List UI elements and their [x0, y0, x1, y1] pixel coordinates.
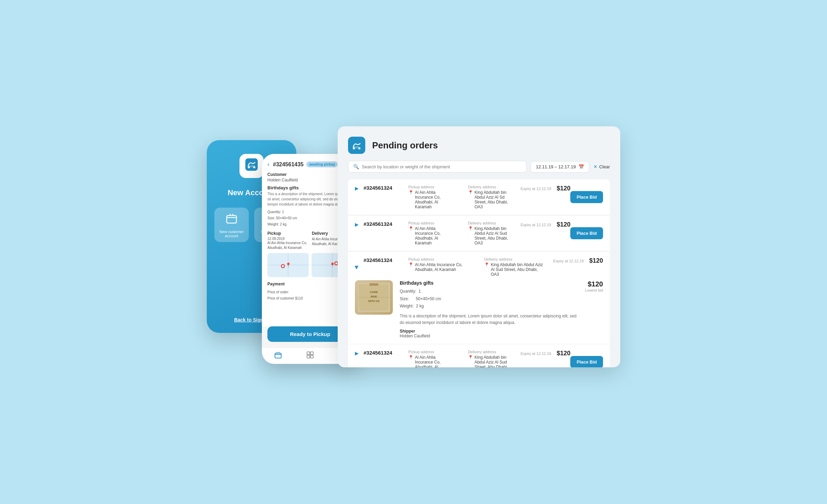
order-1-pickup-label: Pickup address [408, 185, 454, 189]
svg-point-12 [282, 265, 284, 267]
order-4-pickup-val: 📍 Al Ain Ahlia Incurance Co, Abudhabi, A… [408, 355, 454, 367]
date-range: 12.11.19 – 12.17.19 📅 [531, 161, 589, 172]
order-4-delivery: Delivery address 📍 King Abdullah bin Abd… [468, 350, 514, 367]
svg-point-17 [335, 262, 337, 264]
clear-x-icon: ✕ [593, 164, 598, 169]
pin-icon-d2: 📍 [468, 226, 473, 231]
nav-box-icon[interactable] [274, 351, 282, 360]
order-2-id: #324561324 [364, 221, 401, 227]
calendar-icon: 📅 [579, 164, 584, 169]
order-row-3-expanded: ▶ #324561324 Pickup address 📍 Al Ain Ahl… [348, 252, 610, 344]
order-3-chevron[interactable]: ▶ [354, 265, 360, 269]
package-image: COME RIDE WITH US [355, 280, 393, 315]
price-customer-val: $110 [295, 296, 303, 300]
order-3-top-line: ▶ #324561324 Pickup address 📍 Al Ain Ahl… [355, 257, 603, 277]
size-val: 50×40×50 cm [276, 216, 297, 220]
order-3-delivery: Delivery address 📍 King Abdullah bin Abd… [484, 257, 546, 277]
new-customer-account-btn[interactable]: New customer account [214, 208, 249, 242]
order-2-pickup-label: Pickup address [408, 221, 454, 225]
exp-gift-title: Birthdays gifts [400, 280, 578, 286]
price-customer-label: Price of customer [267, 296, 294, 300]
order-2-delivery: Delivery address 📍 King Abdullah bin Abd… [468, 221, 514, 245]
svg-rect-22 [310, 355, 313, 358]
order-4-main: #324561324 Pickup address 📍 Al Ain Ahlia… [364, 350, 570, 367]
blue-phone-logo [239, 154, 264, 178]
order-id-badge: #324561435 awaiting pickup [273, 161, 338, 168]
order-1-addresses: Pickup address 📍 Al Ain Ahlia Incurance … [408, 185, 514, 209]
search-bar: 🔍 12.11.19 – 12.17.19 📅 ✕ Clear [348, 161, 610, 172]
logo-icon [245, 158, 258, 174]
order-2-delivery-val: 📍 King Abdullah bin Abdul Aziz Al Sud St… [468, 226, 514, 245]
nav-menu-icon[interactable] [306, 351, 314, 360]
status-badge: awaiting pickup [306, 161, 338, 167]
order-1-id: #324561324 [364, 185, 401, 191]
order-3-addresses: Pickup address 📍 Al Ain Ahlia Incurance … [408, 257, 546, 277]
order-3-expiry: Expiry at 12.12.19 [553, 259, 584, 263]
svg-rect-26 [353, 146, 359, 148]
desktop-panel: Pending orders 🔍 12.11.19 – 12.17.19 📅 ✕… [338, 126, 620, 367]
order-3-expanded-content: COME RIDE WITH US Birthdays gifts Quanti… [355, 280, 603, 338]
box-icon [225, 212, 238, 227]
order-3-delivery-label: Delivery address [484, 257, 546, 261]
order-1-price: $120 [557, 185, 570, 192]
order-2-pickup-val: 📍 Al Ain Ahlia Incurance Co, Abudhabi, A… [408, 226, 454, 245]
svg-rect-19 [307, 352, 310, 355]
svg-rect-0 [245, 158, 258, 171]
qty-label: Quantity: [267, 210, 281, 214]
back-button[interactable]: ‹ [267, 161, 269, 168]
pin-icon-d4: 📍 [468, 355, 473, 360]
pin-icon-d3: 📍 [484, 262, 489, 267]
svg-text:COME: COME [370, 291, 378, 294]
scene: New Account New customer account [207, 126, 620, 378]
order-4-addresses: Pickup address 📍 Al Ain Ahlia Incurance … [408, 350, 514, 367]
svg-text:WITH US: WITH US [368, 300, 379, 303]
order-row-1: ▶ #324561324 Pickup address 📍 Al Ain Ahl… [348, 179, 610, 215]
place-bid-btn-1[interactable]: Place Bid [570, 191, 603, 203]
order-3-id: #324561324 [364, 257, 401, 263]
order-2-delivery-label: Delivery address [468, 221, 514, 225]
pickup-label: Pickup [267, 231, 308, 236]
order-1-expiry-price: Expiry at 12.12.19 $120 [521, 185, 571, 192]
order-id: #324561435 [273, 161, 304, 168]
order-2-top: #324561324 Pickup address 📍 Al Ain Ahlia… [364, 221, 570, 245]
search-icon: 🔍 [353, 164, 359, 169]
order-3-delivery-val: 📍 King Abdullah bin Abdul Aziz Al Sud St… [484, 262, 546, 277]
desktop-logo [348, 137, 365, 154]
pin-icon-3p: 📍 [408, 262, 414, 267]
order-4-delivery-label: Delivery address [468, 350, 514, 354]
exp-lowest: Lowest bid [585, 288, 603, 292]
clear-btn[interactable]: ✕ Clear [593, 164, 610, 169]
order-4-chevron[interactable]: ▶ [355, 350, 359, 356]
order-2-chevron[interactable]: ▶ [355, 222, 359, 227]
search-input-wrap: 🔍 [348, 161, 527, 172]
order-2-expiry: Expiry at 12.12.19 [521, 223, 551, 227]
search-input[interactable] [362, 164, 521, 169]
place-bid-btn-4[interactable]: Place Bid [570, 356, 603, 367]
pin-icon-4p: 📍 [408, 355, 414, 360]
clear-label: Clear [599, 164, 610, 169]
order-3-expiry-price: Expiry at 12.12.19 $120 [553, 257, 603, 264]
pin-icon-1: 📍 [408, 190, 414, 195]
exp-shipper-val: Holden Caulfield [400, 334, 578, 338]
svg-rect-4 [227, 216, 236, 223]
pickup-date: 12.09.2019 [267, 237, 308, 241]
exp-desc: This is a description of the shipment. L… [400, 313, 578, 326]
desktop-title: Pending orders [372, 140, 438, 151]
desktop-header: Pending orders [348, 137, 610, 154]
pickup-map [267, 253, 309, 277]
order-3-price: $120 [589, 257, 603, 264]
order-4-price: $120 [557, 350, 570, 357]
order-1-top: #324561324 Pickup address 📍 Al Ain Ahlia… [364, 185, 570, 209]
order-1-chevron[interactable]: ▶ [355, 186, 359, 191]
order-4-id: #324561324 [364, 350, 401, 356]
price-order-label: Price of order: [267, 290, 289, 294]
weight-label: Weight: [267, 222, 279, 226]
order-4-expiry: Expiry at 12.12.19 [521, 351, 551, 356]
exp-specs: Quantity: 1 Size: 50×40×50 cm Weight: 2 … [400, 288, 578, 310]
order-2-addresses: Pickup address 📍 Al Ain Ahlia Incurance … [408, 221, 514, 245]
place-bid-btn-2[interactable]: Place Bid [570, 227, 603, 239]
order-4-top: #324561324 Pickup address 📍 Al Ain Ahlia… [364, 350, 570, 367]
orders-container: ▶ #324561324 Pickup address 📍 Al Ain Ahl… [348, 179, 610, 367]
order-2-main: #324561324 Pickup address 📍 Al Ain Ahlia… [364, 221, 570, 245]
order-1-delivery: Delivery address 📍 King Abdullah bin Abd… [468, 185, 514, 209]
